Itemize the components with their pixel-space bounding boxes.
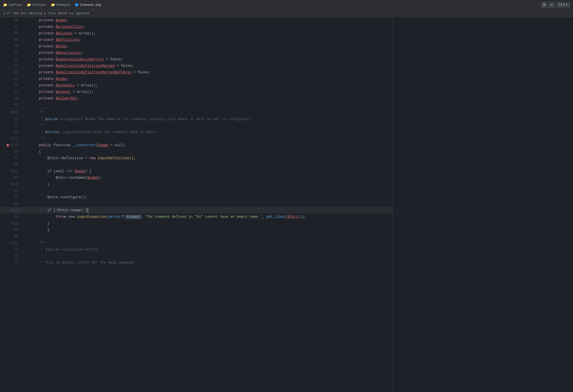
line-content-38[interactable]: private $aliases = array(); <box>20 30 393 37</box>
fold-icon-65[interactable]: − <box>15 209 18 212</box>
token: LogicException When the command name is … <box>60 130 156 134</box>
code-line-61: 61− } <box>0 181 393 187</box>
breadcrumb-symfony[interactable]: 📁 symfony <box>3 3 22 7</box>
token: = array(); <box>73 31 96 35</box>
line-num-cell-36: 36 <box>0 17 20 24</box>
token <box>22 143 39 147</box>
fold-icon-67[interactable]: − <box>15 222 18 225</box>
line-content-60[interactable]: $this->setName($name); <box>20 174 393 181</box>
line-content-51[interactable]: * @param string|null $name The name of t… <box>20 116 393 122</box>
fold-icon-50[interactable]: − <box>15 111 18 114</box>
token: private <box>22 77 56 81</box>
cli-button[interactable]: CLI ▼ <box>556 2 570 8</box>
token: ; <box>79 38 81 42</box>
line-content-64[interactable] <box>20 201 393 207</box>
code-line-39: 39 private $definition; <box>0 37 393 43</box>
line-num-cell-39: 39 <box>0 37 20 43</box>
token: (!$this->name) { <box>52 208 87 212</box>
code-line-57: 57 $this->definition = new InputDefiniti… <box>0 155 393 161</box>
line-content-67[interactable]: } <box>20 220 393 227</box>
line-content-41[interactable]: private $description; <box>20 50 393 56</box>
line-content-40[interactable]: private $help; <box>20 43 393 50</box>
token: $name <box>56 18 66 22</box>
line-content-69[interactable] <box>20 233 393 240</box>
line-content-58[interactable] <box>20 161 393 168</box>
monitor-icon-btn[interactable]: 🖥 <box>541 2 547 8</box>
token: private <box>22 70 56 74</box>
token: * <box>22 130 45 134</box>
breadcrumb-command-folder[interactable]: 📁 Command <box>51 3 70 7</box>
code-line-56: 56 { <box>0 148 393 155</box>
token: $ignoreValidationErrors <box>56 57 104 61</box>
line-content-54[interactable]: */ <box>20 135 393 142</box>
line-content-46[interactable]: private $synopsis = array(); <box>20 82 393 89</box>
line-content-48[interactable]: private $helperSet; <box>20 95 393 102</box>
line-content-43[interactable]: private $applicationDefinitionMerged = f… <box>20 63 393 69</box>
line-content-57[interactable]: $this->definition = new InputDefinition(… <box>20 155 393 161</box>
breadcrumb-console[interactable]: 📁 console <box>27 3 46 7</box>
line-number-70: 70 <box>10 240 14 246</box>
code-line-50: 50− /** <box>0 109 393 116</box>
line-number-43: 43 <box>14 63 18 69</box>
right-panel <box>393 17 573 390</box>
php-file-icon: 🔷 <box>75 3 79 7</box>
token: ; <box>66 77 68 81</box>
line-number-68: 68 <box>14 227 18 233</box>
token: */ <box>22 137 45 141</box>
breadcrumb-command-php[interactable]: 🔷 Command.php <box>75 3 101 7</box>
chevron-down-icon: ▼ <box>566 4 567 6</box>
line-number-48: 48 <box>14 95 18 102</box>
line-content-72[interactable]: * <box>20 253 393 259</box>
line-content-42[interactable]: private $ignoreValidationErrors = false; <box>20 56 393 63</box>
code-area[interactable]: 36 private $name;37 private $processTitl… <box>0 17 393 390</box>
token: $aliases <box>56 31 72 35</box>
code-line-47: 47 private $usages = array(); <box>0 89 393 95</box>
line-number-72: 72 <box>14 253 18 259</box>
line-content-39[interactable]: private $definition; <box>20 37 393 43</box>
code-line-52: 52 * <box>0 122 393 129</box>
token: public <box>39 143 51 147</box>
token: ( <box>285 215 287 219</box>
line-content-52[interactable]: * <box>20 122 393 129</box>
line-content-68[interactable]: } <box>20 227 393 233</box>
line-content-53[interactable]: * @throws LogicException When the comman… <box>20 129 393 135</box>
fold-icon-70[interactable]: − <box>15 242 18 245</box>
token: = false; <box>131 70 150 74</box>
line-content-56[interactable]: { <box>20 148 393 155</box>
token: private <box>22 96 56 100</box>
fold-icon-59[interactable]: − <box>15 170 18 173</box>
token: /** <box>22 241 45 245</box>
text-cursor <box>88 208 88 213</box>
code-line-48: 48 private $helperSet; <box>0 95 393 102</box>
line-content-62[interactable] <box>20 187 393 194</box>
line-content-61[interactable]: } <box>20 181 393 187</box>
line-content-55[interactable]: public function __construct($name = null… <box>20 142 393 148</box>
line-content-63[interactable]: $this->configure(); <box>20 194 393 201</box>
fold-icon-61[interactable]: − <box>15 183 18 186</box>
line-content-70[interactable]: /** <box>20 240 393 246</box>
line-number-73: 73 <box>14 259 18 266</box>
line-content-36[interactable]: private $name; <box>20 17 393 24</box>
breakpoint-55[interactable] <box>7 144 9 146</box>
code-line-38: 38 private $aliases = array(); <box>0 30 393 37</box>
token: $name <box>87 176 98 180</box>
line-content-65[interactable]: if (!$this->name) { <box>20 207 393 214</box>
token: ; <box>66 44 68 48</box>
fold-icon-54[interactable]: − <box>15 137 18 140</box>
line-content-73[interactable]: * This is mainly useful for the help com… <box>20 259 393 266</box>
line-num-cell-70: 70− <box>0 240 20 246</box>
fold-icon-55[interactable]: − <box>15 144 18 147</box>
line-content-47[interactable]: private $usages = array(); <box>20 89 393 95</box>
line-content-50[interactable]: /** <box>20 109 393 116</box>
line-content-71[interactable]: * Ignores validation errors. <box>20 246 393 253</box>
line-content-37[interactable]: private $processTitle; <box>20 24 393 30</box>
line-content-44[interactable]: private $applicationDefinitionMergedWith… <box>20 69 393 76</box>
line-content-45[interactable]: private $code; <box>20 76 393 82</box>
line-content-66[interactable]: throw new LogicException(sprintf(format:… <box>20 214 393 220</box>
line-content-59[interactable]: if (null !== $name) { <box>20 168 393 174</box>
token: $help <box>56 44 66 48</box>
token: $helperSet <box>56 96 77 100</box>
line-num-cell-63: 63 <box>0 194 20 201</box>
terminal-icon-btn[interactable]: ⌨ <box>549 2 555 8</box>
line-content-49[interactable] <box>20 102 393 108</box>
